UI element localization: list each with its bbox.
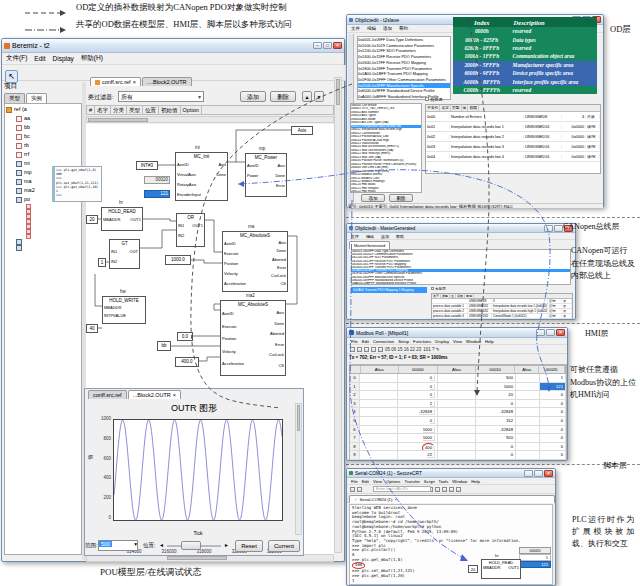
pin-output[interactable]: Aborted	[269, 329, 284, 340]
menu-item[interactable]: Tools	[439, 479, 449, 484]
menu-item[interactable]: 编辑	[366, 234, 374, 239]
literal-1[interactable]: 1	[98, 258, 106, 267]
minimize-button[interactable]	[544, 225, 553, 232]
menu-item[interactable]: Display	[53, 55, 74, 62]
menu-item[interactable]: Edit	[362, 479, 369, 484]
table-column-header[interactable]: 类型	[441, 294, 450, 298]
beremiz-titlebar[interactable]: Beremiz - t2 –□×	[2, 39, 344, 53]
menu-item[interactable]: 文件(F)	[6, 54, 27, 63]
tree-item[interactable]: rrf	[6, 150, 80, 159]
settings-icon[interactable]	[456, 487, 461, 492]
pin-input[interactable]: MBADDR	[103, 215, 120, 225]
slider-right-arrow[interactable]: ►	[224, 542, 229, 548]
menu-item[interactable]: 添加	[383, 26, 392, 31]
menu-item[interactable]: View	[373, 479, 382, 484]
tree-item[interactable]: bc	[6, 132, 80, 141]
pin-input[interactable]: Acceleration	[224, 279, 246, 289]
menu-item[interactable]: Help	[471, 479, 480, 484]
canopen-titlebar[interactable]: Objdictedit - MasterGenerated ×	[347, 224, 575, 233]
literal-0[interactable]: 0.0	[177, 332, 193, 341]
move-up-button[interactable]: ▲	[302, 91, 312, 102]
table-column-header[interactable]: 名字	[432, 294, 441, 298]
pin-input[interactable]: AxisID	[222, 308, 244, 321]
pin-input[interactable]: IN2	[111, 257, 117, 267]
menu-item[interactable]: Display	[435, 339, 449, 344]
table-row[interactable]: 6 1000 -32848 0	[350, 426, 566, 435]
literal-20[interactable]: 20	[86, 215, 98, 224]
graph-vscroll[interactable]	[295, 403, 302, 535]
project-tab-types[interactable]: 类型	[4, 93, 25, 103]
range-dropdown[interactable]: 500▾	[98, 540, 138, 551]
tree-item[interactable]: aa	[6, 114, 80, 123]
table-row[interactable]: 0x03Interpolation data records low 3 UNS…	[426, 142, 600, 152]
menu-item[interactable]: Edit	[362, 339, 369, 344]
table-row[interactable]: 7 1000 920 0	[350, 434, 566, 443]
variable-column-header[interactable]: 类型	[127, 106, 143, 114]
od-add-button[interactable]: 添加	[361, 194, 385, 202]
table-row[interactable]: 0 0 500 1	[350, 374, 566, 383]
fbd-block-or[interactable]: OR IN1IN2 OUT1	[176, 213, 205, 247]
menu-item[interactable]: 文件	[351, 234, 359, 239]
session-tab[interactable]: ✓ Serial-COM24 (1) ×	[349, 495, 555, 503]
literal-400[interactable]: 400.0	[175, 357, 199, 367]
paste-icon[interactable]	[435, 487, 440, 492]
pin-input[interactable]: AxisID	[247, 161, 259, 171]
menu-item[interactable]: Window	[466, 339, 481, 344]
menu-item[interactable]: Setup	[398, 339, 409, 344]
od-entry-item[interactable]: 0x6122 HMI Reals	[351, 190, 421, 193]
filter-dropdown[interactable]: 所有▾	[118, 91, 204, 102]
close-button[interactable]: ×	[556, 329, 565, 336]
variable-table-hscroll[interactable]	[86, 116, 334, 123]
pin-output[interactable]: CurLock	[269, 350, 284, 361]
pin-output[interactable]: CurLock	[271, 272, 286, 280]
od-callback-checkbox[interactable]: 有回调	[425, 97, 442, 102]
literal-40[interactable]: 40	[86, 324, 98, 333]
pin-output[interactable]: Error	[275, 181, 285, 191]
connect-icon[interactable]	[350, 487, 355, 492]
maximize-button[interactable]	[554, 225, 563, 232]
variable-column-header[interactable]: 名字	[95, 106, 111, 114]
pin-output[interactable]: Axis	[216, 160, 226, 170]
checkbox-icon[interactable]	[425, 97, 429, 101]
fbd-block-mc-absolutes-2[interactable]: MC_AbsoluteS AxisIDExecutePositionVeloci…	[220, 300, 286, 376]
quick-connect-icon[interactable]	[357, 487, 362, 492]
slider-left-arrow[interactable]: ◄	[159, 542, 164, 548]
table-row[interactable]: 2 0 20 0	[350, 391, 566, 400]
table-row[interactable]: 1 0 1000 121	[350, 383, 566, 392]
canopen-callback-checkbox[interactable]: 有回调	[431, 287, 445, 291]
close-button[interactable]: ×	[333, 42, 342, 49]
move-down-button[interactable]: ▼	[314, 91, 324, 102]
maximize-button[interactable]	[546, 329, 555, 336]
menu-item[interactable]: Help	[485, 339, 494, 344]
fbd-block-hold-read[interactable]: HOLD_READ MBADDR OUT1	[101, 207, 143, 231]
fbd-block-hold-write[interactable]: HOLD_WRITE MBADDRINTPVALUE	[102, 296, 146, 324]
pin-input[interactable]: IN1	[178, 221, 184, 231]
pin-output[interactable]: OUT1	[192, 221, 203, 231]
table-row[interactable]: 3 2 0 0	[350, 400, 566, 409]
toolbar-icon[interactable]	[371, 347, 376, 352]
variable-column-header[interactable]: 分类	[111, 106, 127, 114]
table-column-header[interactable]: 权限	[456, 294, 465, 298]
fbd-block-mc-absolutes-1[interactable]: MC_AbsoluteS AxisIDExecutePositionVeloci…	[222, 231, 288, 292]
table-row[interactable]: 0x04Interpolation data records low 4 UNS…	[426, 152, 600, 162]
table-row[interactable]: 0x02Interpolation data records low 2 UNS…	[426, 132, 600, 142]
tab-close-icon[interactable]: ×	[133, 79, 136, 85]
variable-column-header[interactable]: Option	[181, 106, 202, 114]
od-delete-button[interactable]: 删除	[389, 194, 413, 202]
tree-item[interactable]: rb	[6, 141, 80, 150]
add-variable-button[interactable]: 添加	[240, 91, 266, 102]
axis-sink-variable[interactable]: Axis	[291, 126, 313, 135]
pin-output[interactable]: Axis	[275, 161, 285, 171]
pin-input[interactable]: IN2	[178, 231, 184, 241]
tab-close-icon[interactable]: ×	[394, 497, 396, 502]
graph-plot-area[interactable]	[113, 419, 283, 521]
variable-column-header[interactable]: #	[87, 106, 95, 114]
menu-item[interactable]: Connection	[373, 339, 394, 344]
literal-1000[interactable]: 1000.0	[165, 255, 191, 265]
find-icon[interactable]	[442, 487, 447, 492]
table-row[interactable]: 0x01Interpolation data records low 1 UNS…	[426, 122, 600, 132]
minimize-button[interactable]: –	[313, 42, 322, 49]
canopen-tab[interactable]: MasterGenerated	[349, 241, 390, 248]
menu-item[interactable]: 文件	[351, 26, 360, 31]
menu-item[interactable]: File	[351, 339, 358, 344]
